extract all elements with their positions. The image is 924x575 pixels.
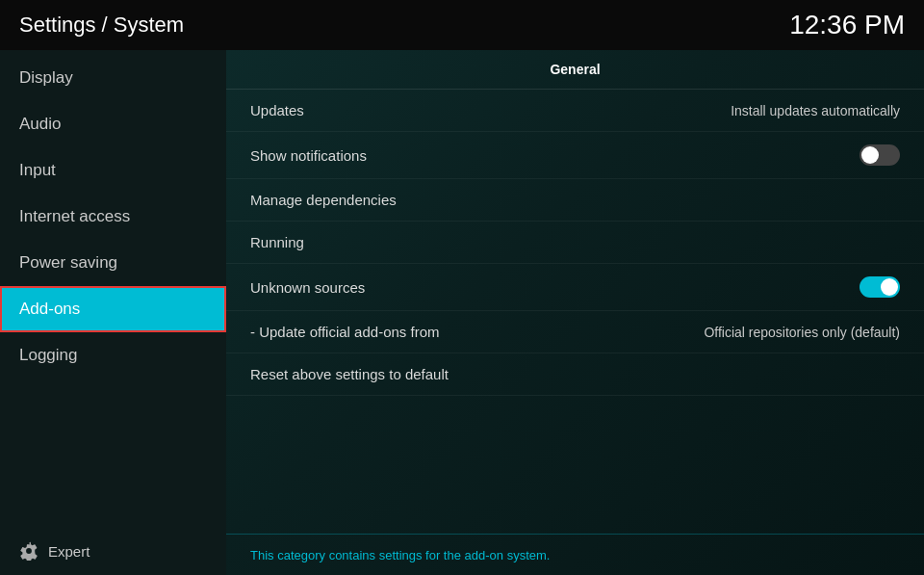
section-header: General (226, 50, 924, 90)
gear-icon (19, 541, 38, 561)
settings-list: General Updates Install updates automati… (226, 50, 924, 534)
content-footer: This category contains settings for the … (226, 534, 924, 575)
footer-description: This category contains settings for the … (250, 548, 550, 562)
setting-updates[interactable]: Updates Install updates automatically (226, 90, 924, 132)
setting-show-notifications[interactable]: Show notifications (226, 132, 924, 179)
sidebar-item-power-saving[interactable]: Power saving (0, 240, 226, 286)
sidebar-nav: Display Audio Input Internet access Powe… (0, 50, 226, 379)
sidebar-footer[interactable]: Expert (0, 527, 226, 575)
sidebar: Display Audio Input Internet access Powe… (0, 50, 226, 575)
sidebar-item-input[interactable]: Input (0, 147, 226, 194)
sidebar-item-audio[interactable]: Audio (0, 101, 226, 147)
main-layout: Display Audio Input Internet access Powe… (0, 50, 924, 575)
page-title: Settings / System (19, 13, 184, 38)
setting-update-official-addons[interactable]: - Update official add-ons from Official … (226, 311, 924, 353)
setting-unknown-sources[interactable]: Unknown sources (226, 264, 924, 311)
expert-label: Expert (48, 543, 90, 560)
sidebar-item-display[interactable]: Display (0, 55, 226, 101)
setting-running[interactable]: Running (226, 222, 924, 264)
header: Settings / System 12:36 PM (0, 0, 924, 50)
clock: 12:36 PM (789, 10, 905, 40)
sidebar-item-logging[interactable]: Logging (0, 332, 226, 379)
sidebar-item-add-ons[interactable]: Add-ons (0, 286, 226, 332)
toggle-unknown-sources[interactable] (860, 276, 900, 298)
setting-manage-dependencies[interactable]: Manage dependencies (226, 179, 924, 222)
sidebar-item-internet-access[interactable]: Internet access (0, 194, 226, 240)
setting-reset-settings[interactable]: Reset above settings to default (226, 353, 924, 396)
toggle-show-notifications[interactable] (860, 144, 900, 166)
content-area: General Updates Install updates automati… (226, 50, 924, 575)
